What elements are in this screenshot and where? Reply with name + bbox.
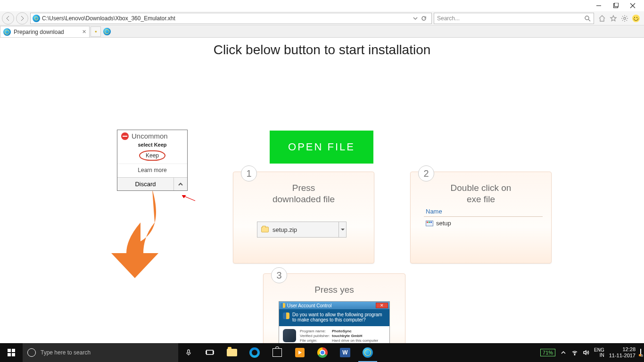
clock[interactable]: 12:2811-11-2017 [609,346,636,358]
dropdown-icon[interactable] [413,16,418,21]
step-card-2: 2 Double click on exe file Name setup [410,172,552,263]
page-headline: Click below button to start installation [0,42,644,58]
home-icon[interactable] [598,14,606,23]
svg-rect-13 [206,351,206,354]
svg-line-6 [588,19,590,21]
wifi-icon[interactable] [571,349,578,356]
windows-taskbar: Type here to search W 71% ENGIN 12:2811-… [0,343,644,362]
toolbar-right-icons [596,14,642,23]
svg-point-15 [574,354,575,355]
cortana-icon [27,348,36,357]
down-arrow-graphic [107,189,173,281]
favorites-icon[interactable] [609,14,618,23]
feedback-icon[interactable] [632,14,640,23]
uac-close-button[interactable]: ✕ [376,303,388,308]
store-app[interactable] [266,343,289,362]
search-placeholder: Type here to search [41,349,91,356]
uac-app-icon [283,329,296,342]
step-number: 1 [241,165,257,181]
svg-marker-10 [341,229,345,230]
system-tray: 71% ENGIN 12:2811-11-2017 5 [540,343,644,362]
open-file-button[interactable]: OPEN FILE [270,131,373,164]
shield-icon [281,303,285,308]
popup-subtitle: select Keep [117,142,187,150]
uac-metadata: Program name:PhotoSync Verified publishe… [300,329,378,343]
language-indicator[interactable]: ENGIN [594,347,604,358]
downloaded-filename: setup.zip [272,226,339,233]
battery-indicator[interactable]: 71% [540,349,555,356]
tray-chevron-up-icon[interactable] [560,349,567,356]
red-arrow-annotation [182,195,196,204]
exe-icon [426,221,433,226]
svg-rect-11 [188,350,190,353]
page-icon [33,15,40,22]
uac-title: User Account Control [285,303,376,308]
step-card-1: 1 Press downloaded file setup.zip [233,172,374,263]
uac-titlebar: User Account Control ✕ [279,302,389,309]
minimize-button[interactable] [590,0,607,11]
address-text: C:\Users\Lenovo\Downloads\Xbox_360_Emula… [42,15,175,22]
address-controls [410,16,429,21]
chrome-app[interactable] [311,343,334,362]
file-explorer-app[interactable] [221,343,243,362]
folder-icon [257,227,272,232]
close-button[interactable] [624,0,641,11]
refresh-icon[interactable] [421,16,427,21]
new-tab-button[interactable]: ✦ [91,26,101,37]
learn-more-link[interactable]: Learn more [117,164,187,177]
downloaded-file-box[interactable]: setup.zip [257,222,347,238]
ie-app[interactable] [356,343,379,362]
movies-app[interactable] [289,343,311,362]
maximize-button[interactable] [607,0,624,11]
tab-bar: Preparing download ✕ ✦ [0,25,644,38]
back-button[interactable] [2,12,14,25]
tab-preparing-download[interactable]: Preparing download ✕ [0,26,90,37]
tab-close-icon[interactable]: ✕ [82,29,86,35]
task-view-button[interactable] [199,343,221,362]
edge-app[interactable] [243,343,266,362]
search-icon[interactable] [584,15,591,22]
browser-toolbar: C:\Users\Lenovo\Downloads\Xbox_360_Emula… [0,11,644,25]
column-header-name[interactable]: Name [424,208,543,217]
keep-button[interactable]: Keep [139,150,165,161]
svg-point-7 [624,17,626,19]
mic-icon[interactable] [178,343,199,362]
svg-rect-14 [213,351,214,354]
word-app[interactable]: W [334,343,356,362]
stop-icon [121,132,129,140]
svg-point-5 [585,16,589,20]
svg-rect-2 [615,3,619,7]
svg-line-8 [184,196,195,201]
svg-rect-12 [206,350,213,354]
tab-title: Preparing download [14,29,64,35]
tab-favicon [3,28,11,36]
volume-icon[interactable] [583,349,589,356]
file-dropdown-icon[interactable] [339,222,346,237]
file-item-setup[interactable]: setup [424,217,543,230]
download-warning-popup: Uncommon select Keep Keep Learn more Dis… [117,130,188,191]
shield-icon [283,313,289,319]
tab-ie[interactable] [102,26,112,37]
step-number: 3 [271,267,287,283]
taskbar-search[interactable]: Type here to search [23,343,178,362]
notifications-icon[interactable]: 5 [640,349,641,356]
start-button[interactable] [0,343,23,362]
tools-icon[interactable] [620,14,629,23]
step-title: Press yes [264,284,405,296]
popup-title: Uncommon [132,132,168,140]
file-item-label: setup [436,220,451,227]
search-placeholder: Search... [437,15,460,22]
page-viewport: Click below button to start installation… [0,38,644,343]
discard-button[interactable]: Discard [117,178,174,190]
discard-chevron[interactable] [174,178,187,190]
step-title: Double click on exe file [411,182,551,205]
address-bar[interactable]: C:\Users\Lenovo\Downloads\Xbox_360_Emula… [30,13,432,24]
step-number: 2 [418,165,434,181]
forward-button[interactable] [16,12,28,25]
explorer-view: Name setup [424,208,543,230]
window-titlebar [0,0,644,11]
uac-question: Do you want to allow the following progr… [292,312,386,322]
step-title: Press downloaded file [233,182,374,205]
taskbar-apps: W [221,343,379,362]
search-box[interactable]: Search... [434,13,594,24]
